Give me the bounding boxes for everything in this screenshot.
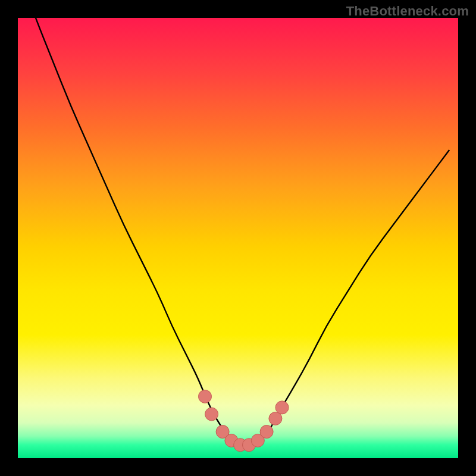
watermark-text: TheBottleneck.com: [346, 4, 469, 19]
chart-overlay: [18, 18, 458, 458]
marker-dot: [260, 425, 273, 439]
marker-dot: [199, 390, 212, 403]
plot-area: [18, 18, 458, 458]
optimal-range-markers: [199, 390, 289, 451]
bottleneck-curve: [18, 18, 449, 445]
marker-dot: [275, 401, 289, 414]
marker-dot: [205, 408, 218, 421]
chart-frame: TheBottleneck.com: [0, 0, 476, 476]
